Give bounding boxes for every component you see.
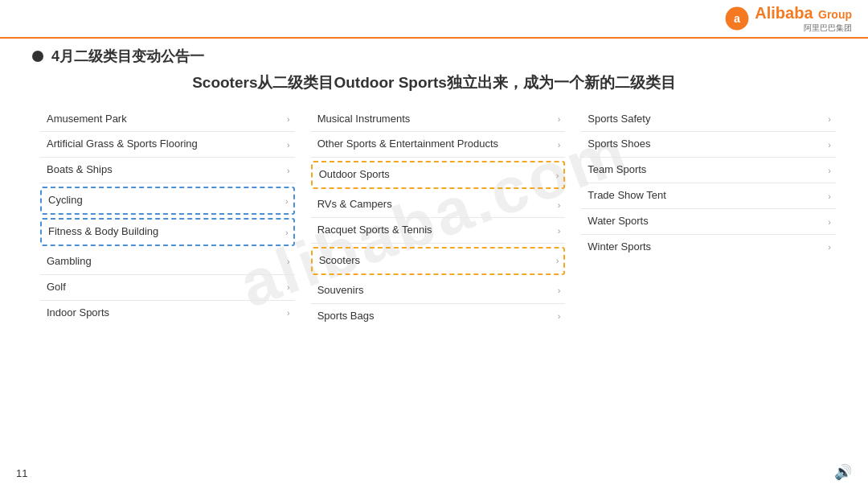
cat-label: Scooters	[319, 254, 551, 268]
svg-text:a: a	[734, 12, 741, 25]
cat-label: Cycling	[48, 194, 280, 208]
chevron-icon: ›	[828, 114, 831, 124]
chevron-icon: ›	[558, 311, 561, 321]
column-3: Sports Safety › Sports Shoes › Team Spor…	[573, 107, 836, 329]
list-item[interactable]: Trade Show Tent ›	[581, 183, 836, 209]
cat-label: Winter Sports	[588, 240, 823, 254]
list-item[interactable]: Gambling ›	[40, 249, 295, 275]
cat-label: Amusement Park	[47, 113, 282, 126]
cat-label: Sports Bags	[317, 310, 553, 323]
column-1: Amusement Park › Artificial Grass & Spor…	[32, 107, 303, 329]
scooters-dashed-box: Scooters ›	[311, 247, 566, 275]
list-item[interactable]: Racquet Sports & Tennis ›	[311, 218, 566, 244]
chevron-icon: ›	[558, 200, 561, 210]
page-number: 11	[16, 467, 27, 479]
cat-label: Trade Show Tent	[588, 189, 823, 203]
chevron-icon: ›	[828, 217, 831, 227]
list-item[interactable]: RVs & Campers ›	[311, 192, 566, 218]
list-item[interactable]: Sports Safety ›	[581, 107, 836, 133]
logo-text-group: Alibaba Group 阿里巴巴集团	[755, 4, 852, 34]
cat-label: Musical Instruments	[317, 113, 553, 126]
chevron-icon: ›	[558, 286, 561, 295]
cat-label: Sports Safety	[588, 113, 823, 126]
list-item[interactable]: Team Sports ›	[581, 158, 836, 183]
list-item-cycling[interactable]: Cycling ›	[42, 188, 293, 213]
chevron-icon: ›	[828, 166, 831, 175]
chevron-icon: ›	[828, 140, 831, 150]
cat-label: Racquet Sports & Tennis	[317, 224, 553, 237]
outdoor-sports-dashed-box: Outdoor Sports ›	[311, 161, 566, 189]
alibaba-logo-icon: a	[724, 6, 750, 31]
chevron-icon: ›	[287, 257, 290, 266]
section-tag: 4月二级类目变动公告一	[51, 47, 204, 66]
chevron-icon: ›	[556, 171, 559, 180]
cat-label: Fitness & Body Building	[48, 225, 280, 239]
chevron-icon: ›	[285, 228, 289, 237]
logo-alibaba: Alibaba	[755, 4, 813, 22]
list-item[interactable]: Musical Instruments ›	[311, 107, 566, 133]
chevron-icon: ›	[287, 114, 290, 124]
cat-label: Other Sports & Entertainment Products	[317, 138, 553, 151]
cat-label: Artificial Grass & Sports Flooring	[47, 138, 282, 151]
list-item[interactable]: Winter Sports ›	[581, 235, 836, 260]
fitness-dashed-box: Fitness & Body Building ›	[40, 218, 295, 246]
main-content: 4月二级类目变动公告一 Scooters从二级类目Outdoor Sports独…	[0, 39, 868, 329]
cat-label: RVs & Campers	[317, 198, 553, 212]
cat-label: Team Sports	[588, 163, 823, 177]
cat-label: Souvenirs	[317, 284, 553, 298]
cat-label: Boats & Ships	[47, 163, 282, 177]
cat-label: Indoor Sports	[47, 306, 282, 320]
list-item[interactable]: Boats & Ships ›	[40, 158, 295, 183]
chevron-icon: ›	[558, 140, 561, 150]
list-item[interactable]: Souvenirs ›	[311, 278, 566, 304]
cat-label: Outdoor Sports	[319, 168, 551, 182]
bullet-icon	[32, 51, 43, 62]
list-item[interactable]: Other Sports & Entertainment Products ›	[311, 132, 566, 158]
list-item[interactable]: Amusement Park ›	[40, 107, 295, 133]
chevron-icon: ›	[287, 282, 290, 292]
chevron-icon: ›	[828, 242, 831, 252]
cat-label: Golf	[47, 281, 282, 294]
column-2: Musical Instruments › Other Sports & Ent…	[303, 107, 574, 329]
cat-label: Water Sports	[588, 215, 823, 228]
section-title-row: 4月二级类目变动公告一	[32, 47, 836, 66]
logo-group: Group	[818, 8, 852, 21]
list-item[interactable]: Water Sports ›	[581, 209, 836, 235]
chevron-icon: ›	[828, 191, 831, 201]
chevron-icon: ›	[287, 166, 290, 175]
cycling-dashed-box: Cycling ›	[40, 187, 295, 215]
chevron-icon: ›	[287, 140, 290, 150]
chevron-icon: ›	[558, 226, 561, 236]
chevron-icon: ›	[287, 308, 290, 318]
logo-chinese: 阿里巴巴集团	[755, 23, 852, 34]
chevron-icon: ›	[556, 256, 559, 265]
list-item-fitness[interactable]: Fitness & Body Building ›	[42, 220, 293, 244]
list-item[interactable]: Sports Bags ›	[311, 304, 566, 329]
list-item-scooters[interactable]: Scooters ›	[313, 249, 564, 273]
list-item[interactable]: Indoor Sports ›	[40, 301, 295, 326]
list-item[interactable]: Sports Shoes ›	[581, 132, 836, 158]
subtitle: Scooters从二级类目Outdoor Sports独立出来，成为一个新的二级…	[32, 72, 836, 94]
cat-label: Gambling	[47, 255, 282, 269]
header: a Alibaba Group 阿里巴巴集团	[0, 0, 868, 39]
logo-area: a Alibaba Group 阿里巴巴集团	[724, 4, 852, 34]
list-item[interactable]: Golf ›	[40, 275, 295, 301]
list-item-outdoor[interactable]: Outdoor Sports ›	[313, 162, 564, 187]
chevron-icon: ›	[285, 196, 289, 206]
category-grid: alibaba.com Amusement Park › Artificial …	[32, 107, 836, 329]
speaker-icon[interactable]: 🔊	[834, 463, 852, 481]
chevron-icon: ›	[558, 114, 561, 124]
list-item[interactable]: Artificial Grass & Sports Flooring ›	[40, 132, 295, 158]
cat-label: Sports Shoes	[588, 138, 823, 151]
